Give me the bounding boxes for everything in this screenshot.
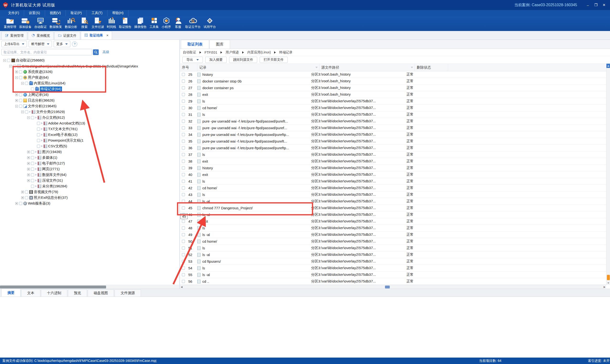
expand-icon[interactable]: + <box>27 179 30 182</box>
row-checkbox[interactable] <box>182 200 185 203</box>
left-dropdown-1[interactable]: 帐号解密 <box>29 41 52 47</box>
search-button[interactable] <box>93 49 99 55</box>
table-row-28[interactable]: 28exit分区3:\root\.bash_history正常 <box>180 91 610 98</box>
toolbar-report-button[interactable]: 取证报告 <box>117 16 133 29</box>
table-row-46[interactable]: 46ls -al分区3:\var\lib\docker\overlay2\575… <box>180 211 610 218</box>
toolbar-data-recovery-button[interactable]: 数据恢复 <box>48 16 64 29</box>
menu-item-1[interactable]: 设置(S) <box>24 10 45 16</box>
breadcrumb-item-1[interactable]: FTP.E01 <box>205 51 217 54</box>
table-row-33[interactable]: 33pure -pw useradd wai -f /etc/pure-ftpd… <box>180 125 610 131</box>
table-row-39[interactable]: 39history分区3:\var\lib\docker\overlay2\57… <box>180 165 610 171</box>
doc-tab-0[interactable]: 案例管理 <box>1 32 27 39</box>
row-checkbox[interactable] <box>182 113 185 116</box>
tree-checkbox[interactable] <box>25 196 28 199</box>
tree-item-8[interactable]: −文件分析(219645) <box>0 103 179 109</box>
scroll-up-arrow-icon[interactable] <box>606 64 610 68</box>
tree-item-12[interactable]: TXT文本文件(781) <box>0 126 179 132</box>
toolbar-data-analysis-button[interactable]: 数据分析 <box>64 16 79 29</box>
maximize-button[interactable]: ❐ <box>592 0 600 10</box>
row-checkbox[interactable] <box>182 226 185 230</box>
tree-checkbox[interactable] <box>31 150 34 154</box>
preview-tab-3[interactable]: 预览 <box>68 289 87 297</box>
preview-tab-2[interactable]: 十六进制 <box>41 289 67 297</box>
action-button-1[interactable]: 加入摘要 <box>205 57 227 63</box>
tree-item-6[interactable]: +上网记录(16) <box>0 92 179 97</box>
tree-checkbox[interactable] <box>31 162 34 165</box>
action-button-3[interactable]: 打开关联文件 <box>260 57 288 63</box>
doc-tab-3[interactable]: 取证结果× <box>81 31 112 39</box>
toolbar-support-button[interactable]: 客服 <box>172 16 184 29</box>
table-row-41[interactable]: 41ls分区3:\var\lib\docker\overlay2\575db37… <box>180 178 610 185</box>
table-row-42[interactable]: 42cd home/分区3:\var\lib\docker\overlay2\5… <box>180 185 610 191</box>
row-checkbox[interactable] <box>182 186 185 190</box>
tree-item-4[interactable]: −内置应用(Linux)(64) <box>0 80 179 86</box>
tree-checkbox[interactable] <box>31 179 34 182</box>
tree-item-0[interactable]: −自动取证(258680) <box>0 57 179 63</box>
collapse-icon[interactable]: − <box>9 65 12 67</box>
tree-item-17[interactable]: +多媒体(1) <box>0 155 179 160</box>
left-dropdown-2[interactable]: 更多 <box>54 41 70 47</box>
tree-item-21[interactable]: +压缩文件(31) <box>0 178 179 183</box>
tree-checkbox[interactable] <box>31 173 34 176</box>
row-checkbox[interactable] <box>182 146 185 149</box>
toolbar-auto-forensics-button[interactable]: AUTO自动取证 <box>33 16 48 29</box>
table-row-47[interactable]: 47exit分区3:\var\lib\docker\overlay2\575db… <box>180 218 610 225</box>
row-checkbox[interactable] <box>182 193 185 196</box>
results-horizontal-scrollbar[interactable]: ◀ ▶ <box>180 285 606 289</box>
collapse-icon[interactable]: − <box>15 105 18 107</box>
tree-item-19[interactable]: +网页(2771) <box>0 166 179 172</box>
table-row-36[interactable]: 36pure-pw useradd wai -f /etc/pure-ftpd/… <box>180 145 610 151</box>
tree-item-5[interactable]: 终端记录(64) <box>0 86 179 92</box>
toolbar-timeline-button[interactable]: 时间线 <box>105 16 117 29</box>
table-row-43[interactable]: 43ls分区3:\var\lib\docker\overlay2\575db37… <box>180 191 610 198</box>
tree-item-14[interactable]: Powerpoint演示文稿(1 <box>0 138 179 143</box>
row-checkbox[interactable] <box>182 240 185 243</box>
expand-icon[interactable]: + <box>27 173 30 176</box>
menu-item-2[interactable]: 视图(V) <box>45 10 66 16</box>
expand-icon[interactable]: + <box>21 196 24 199</box>
tree-checkbox[interactable] <box>19 70 22 73</box>
toolbar-cloud-platform-button[interactable]: 取证云平台 <box>184 16 202 29</box>
help-button[interactable]: ? <box>72 41 77 47</box>
table-row-31[interactable]: 31ls分区3:\var\lib\docker\overlay2\575db37… <box>180 111 610 118</box>
column-header-3[interactable]: 删除状态 <box>415 64 448 71</box>
expand-icon[interactable]: + <box>27 156 30 159</box>
tree-item-24[interactable]: +照片Exif信息分析(37) <box>0 195 179 200</box>
preview-tab-1[interactable]: 文本 <box>21 289 40 297</box>
filter-icon[interactable] <box>315 67 318 68</box>
action-button-0[interactable]: 导出 <box>182 57 203 63</box>
row-checkbox[interactable] <box>182 267 185 270</box>
row-checkbox[interactable] <box>182 80 185 83</box>
table-row-40[interactable]: 40exit分区3:\var\lib\docker\overlay2\575db… <box>180 171 610 178</box>
tree-checkbox[interactable] <box>25 82 28 85</box>
tree-item-7[interactable]: +日志分析(36626) <box>0 97 179 103</box>
expand-icon[interactable]: + <box>27 151 30 153</box>
tree-checkbox[interactable] <box>31 156 34 159</box>
tree-item-16[interactable]: +图片(19439) <box>0 149 179 155</box>
tree-checkbox[interactable] <box>31 88 34 91</box>
collapse-icon[interactable]: − <box>21 111 24 113</box>
left-horizontal-scrollbar[interactable] <box>0 285 179 289</box>
tree-item-22[interactable]: 未分类(196284) <box>0 183 179 189</box>
table-row-37[interactable]: 37ls分区3:\var\lib\docker\overlay2\575db37… <box>180 151 610 158</box>
preview-tab-0[interactable]: 摘要 <box>1 289 21 297</box>
minimize-button[interactable]: – <box>584 0 592 10</box>
expand-icon[interactable]: + <box>21 191 24 193</box>
row-checkbox[interactable] <box>182 160 185 163</box>
search-input[interactable] <box>1 49 92 55</box>
toolbar-excerpt-report-button[interactable]: 摘录报告 <box>133 16 148 29</box>
tree-checkbox[interactable] <box>37 128 40 131</box>
tree-item-23[interactable]: +音视频文件(79) <box>0 189 179 195</box>
expand-icon[interactable]: + <box>15 93 18 96</box>
table-row-35[interactable]: 35pure-pw useradd wai -f /etc/pure-ftpd/… <box>180 138 610 145</box>
table-row-49[interactable]: 49ls -al分区3:\var\lib\docker\overlay2\575… <box>180 232 610 238</box>
table-row-30[interactable]: 30cd home/分区3:\var\lib\docker\overlay2\5… <box>180 105 610 111</box>
tree-checkbox[interactable] <box>37 139 40 142</box>
table-row-38[interactable]: 38exit分区3:\var\lib\docker\overlay2\575db… <box>180 158 610 165</box>
table-row-27[interactable]: 27docker container ps分区3:\root\.bash_his… <box>180 85 610 91</box>
column-header-1[interactable]: 记录 <box>197 64 319 71</box>
column-header-0[interactable]: 序号 <box>180 64 197 71</box>
row-checkbox[interactable] <box>182 140 185 143</box>
table-row-52[interactable]: 52ls -al分区3:\var\lib\docker\overlay2\575… <box>180 251 610 258</box>
tree-checkbox[interactable] <box>31 116 34 119</box>
